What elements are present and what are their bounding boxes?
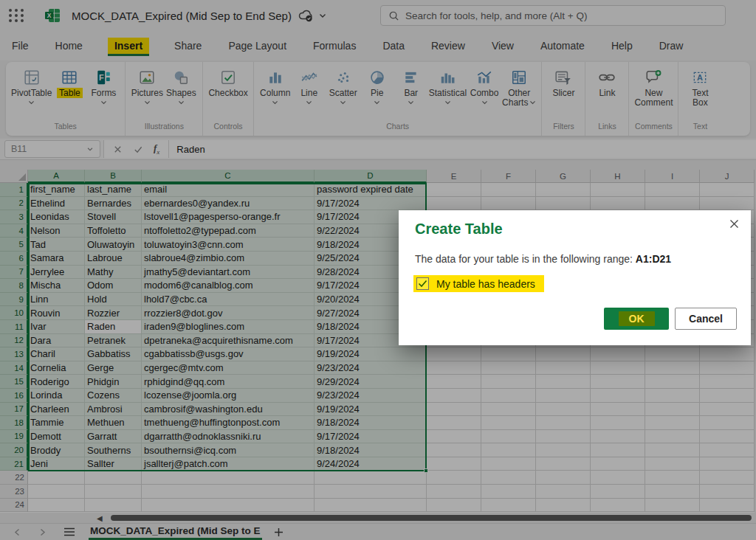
dialog-title: Create Table [415,221,503,238]
cancel-button[interactable]: Cancel [675,308,737,330]
dialog-message: The data for your table is in the follow… [415,253,671,265]
dialog-close-icon[interactable] [729,219,739,229]
ok-button-label: OK [619,311,655,326]
table-has-headers-label: My table has headers [436,278,535,290]
table-has-headers-option[interactable]: My table has headers [413,275,544,292]
dialog-message-text: The data for your table is in the follow… [415,253,636,265]
create-table-dialog: Create Table The data for your table is … [399,210,751,345]
ok-button[interactable]: OK [604,308,669,330]
dialog-range-value: A1:D21 [636,253,671,265]
table-has-headers-checkbox[interactable] [416,277,429,290]
